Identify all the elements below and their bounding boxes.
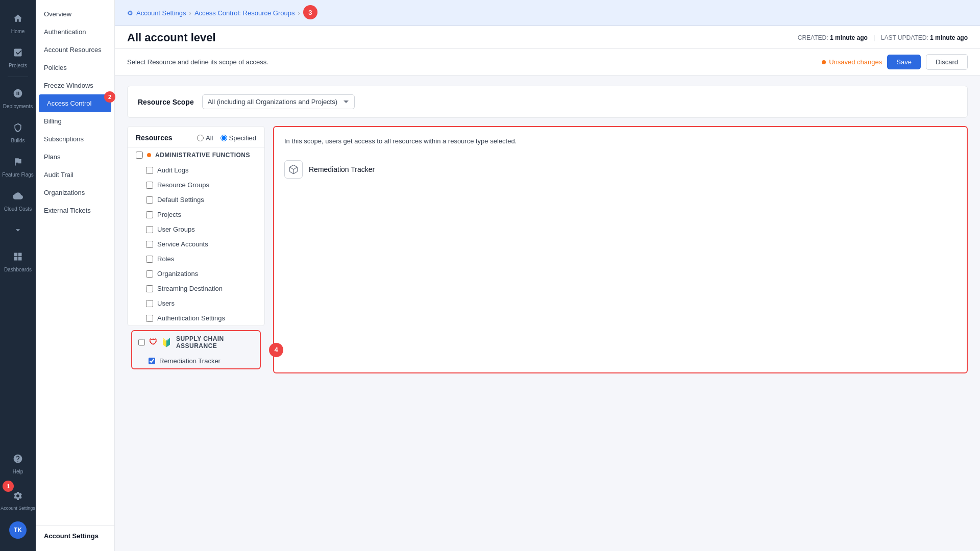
resource-item-auth-settings[interactable]: Authentication Settings xyxy=(128,311,264,325)
supply-chain-title: SUPPLY CHAIN ASSURANCE xyxy=(176,335,254,349)
resource-item-roles[interactable]: Roles xyxy=(128,252,264,266)
step-badge-3: 3 xyxy=(303,5,317,19)
checkbox-default-settings[interactable] xyxy=(146,196,153,204)
save-button[interactable]: Save xyxy=(887,55,921,69)
resource-item-projects[interactable]: Projects xyxy=(128,207,264,222)
checkbox-projects[interactable] xyxy=(146,211,153,218)
checkbox-resource-groups[interactable] xyxy=(146,182,153,189)
checkbox-service-accounts[interactable] xyxy=(146,241,153,248)
supply-chain-checkbox[interactable] xyxy=(138,339,145,346)
radio-all[interactable] xyxy=(197,135,204,141)
resource-item-organizations[interactable]: Organizations xyxy=(128,266,264,281)
sidebar-item-billing[interactable]: Billing xyxy=(36,112,114,130)
sidebar-item-freeze-windows[interactable]: Freeze Windows xyxy=(36,77,114,94)
resources-radio-group: All Specified xyxy=(197,134,256,142)
panels: Resources All Specified xyxy=(127,126,968,373)
sidebar-item-access-control[interactable]: Access Control 2 xyxy=(39,94,111,112)
resource-item-resource-groups[interactable]: Resource Groups xyxy=(128,178,264,192)
nav-label-feature-flags: Feature Flags xyxy=(2,172,34,178)
nav-item-dashboards[interactable]: Dashboards xyxy=(0,243,36,278)
nav-item-builds[interactable]: Builds xyxy=(0,114,36,148)
item-label-user-groups: User Groups xyxy=(157,226,195,233)
nav-item-deployments[interactable]: Deployments xyxy=(0,80,36,114)
checkbox-auth-settings[interactable] xyxy=(146,315,153,322)
grid-icon xyxy=(10,248,26,265)
item-label-streaming-destination: Streaming Destination xyxy=(157,285,223,292)
nav-label-builds: Builds xyxy=(11,138,24,143)
toolbar-actions: Unsaved changes Save Discard xyxy=(822,54,968,70)
nav-label-deployments: Deployments xyxy=(3,104,33,109)
resource-item-users[interactable]: Users xyxy=(128,296,264,311)
item-label-audit-logs: Audit Logs xyxy=(157,166,188,174)
supply-chain-section: 🛡 🔰 SUPPLY CHAIN ASSURANCE Remediation T… xyxy=(131,330,261,369)
sidebar-item-authentication[interactable]: Authentication xyxy=(36,23,114,41)
discard-button[interactable]: Discard xyxy=(926,54,968,70)
radio-specified-label[interactable]: Specified xyxy=(220,134,256,142)
step-badge-3-wrap: 3 xyxy=(303,5,318,20)
nav-item-feature-flags[interactable]: Feature Flags xyxy=(0,148,36,183)
nav-item-more[interactable] xyxy=(0,217,36,243)
breadcrumb-link-settings[interactable]: Account Settings xyxy=(136,9,186,17)
created-value: 1 minute ago xyxy=(830,34,868,41)
resource-item-service-accounts[interactable]: Service Accounts xyxy=(128,237,264,252)
resources-title: Resources xyxy=(136,134,173,142)
sidebar-item-external-tickets[interactable]: External Tickets xyxy=(36,202,114,219)
nav-item-home[interactable]: Home xyxy=(0,5,36,39)
checkbox-roles[interactable] xyxy=(146,256,153,263)
breadcrumb-link-parent[interactable]: Access Control: Resource Groups xyxy=(194,9,295,17)
resource-item-user-groups[interactable]: User Groups xyxy=(128,222,264,237)
main-content: ⚙ Account Settings › Access Control: Res… xyxy=(115,0,980,551)
gear-icon xyxy=(10,488,26,504)
sidebar-item-subscriptions[interactable]: Subscriptions xyxy=(36,130,114,148)
avatar[interactable]: TK xyxy=(9,521,27,539)
checkbox-users[interactable] xyxy=(146,300,153,307)
checkbox-user-groups[interactable] xyxy=(146,226,153,233)
item-label-users: Users xyxy=(157,299,175,307)
sidebar-item-overview[interactable]: Overview xyxy=(36,5,114,23)
sidebar-item-plans[interactable]: Plans xyxy=(36,148,114,166)
radio-all-text: All xyxy=(206,134,213,142)
content-area: Resource Scope All (including all Organi… xyxy=(115,76,980,551)
supply-chain-item-remediation[interactable]: Remediation Tracker xyxy=(132,354,260,368)
resource-item-default-settings[interactable]: Default Settings xyxy=(128,192,264,207)
resource-item-audit-logs[interactable]: Audit Logs xyxy=(128,163,264,178)
sidebar-item-account-resources[interactable]: Account Resources xyxy=(36,41,114,59)
nav-item-account-settings[interactable]: 1 Account Settings xyxy=(1,483,35,516)
radio-all-label[interactable]: All xyxy=(197,134,213,142)
scope-select[interactable]: All (including all Organizations and Pro… xyxy=(202,94,355,109)
category-admin-checkbox[interactable] xyxy=(136,152,143,159)
nav-item-help[interactable]: Help xyxy=(1,445,35,480)
supply-chain-remediation-checkbox[interactable] xyxy=(149,358,155,364)
checkbox-organizations[interactable] xyxy=(146,270,153,278)
nav-item-cloud-costs[interactable]: Cloud Costs xyxy=(0,183,36,217)
chevron-down-icon xyxy=(10,222,26,238)
projects-icon xyxy=(10,44,26,61)
sidebar-account-section: Account Settings xyxy=(36,525,114,546)
sidebar-item-organizations[interactable]: Organizations xyxy=(36,184,114,202)
nav-label-help: Help xyxy=(13,469,23,474)
icon-nav: Home Projects Deployments Builds Feature… xyxy=(0,0,36,551)
item-label-roles: Roles xyxy=(157,255,174,263)
toolbar-description: Select Resource and define its scope of … xyxy=(127,58,268,66)
created-label: CREATED: xyxy=(798,34,828,41)
gear-settings-icon: ⚙ xyxy=(127,9,133,17)
category-dot xyxy=(147,153,151,157)
unsaved-label: Unsaved changes xyxy=(829,58,882,66)
scope-label: Resource Scope xyxy=(138,98,194,106)
sidebar-item-policies[interactable]: Policies xyxy=(36,59,114,77)
supply-chain-header: 🛡 🔰 SUPPLY CHAIN ASSURANCE xyxy=(132,331,260,354)
checkbox-audit-logs[interactable] xyxy=(146,167,153,174)
item-label-organizations: Organizations xyxy=(157,270,198,278)
resource-item-streaming-destination[interactable]: Streaming Destination xyxy=(128,281,264,296)
checkbox-streaming-destination[interactable] xyxy=(146,285,153,292)
nav-label-home: Home xyxy=(11,29,25,34)
scope-resource-icon xyxy=(284,160,303,179)
sidebar-item-audit-trail[interactable]: Audit Trail xyxy=(36,166,114,184)
sidebar: Overview Authentication Account Resource… xyxy=(36,0,115,551)
step-badge-2: 2 xyxy=(104,91,115,103)
cloud-icon xyxy=(10,188,26,204)
unsaved-dot xyxy=(822,60,826,64)
nav-item-projects[interactable]: Projects xyxy=(0,39,36,73)
radio-specified[interactable] xyxy=(220,135,227,141)
page-title-row: All account level CREATED: 1 minute ago … xyxy=(115,26,980,49)
